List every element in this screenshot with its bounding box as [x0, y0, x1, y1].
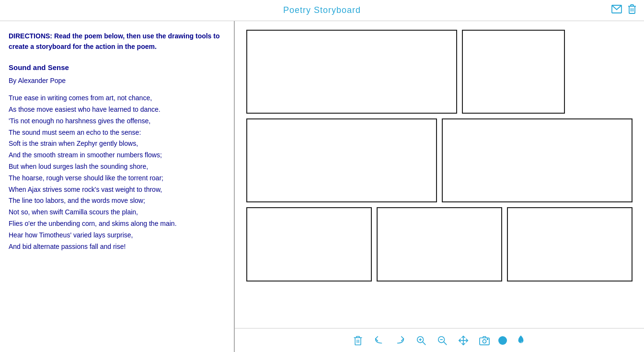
right-panel [235, 21, 644, 352]
left-panel: DIRECTIONS: Read the poem below, then us… [0, 21, 235, 352]
poem-line: Flies o'er the unbending corn, and skims… [9, 218, 225, 230]
dropper-button[interactable] [514, 334, 528, 347]
storyboard-row-2 [246, 118, 632, 202]
storyboard-row-1 [246, 30, 632, 114]
storyboard-cell-1-2[interactable] [462, 30, 565, 114]
poem-line: The line too labors, and the words move … [9, 195, 225, 207]
svg-line-6 [423, 342, 426, 345]
trash-icon[interactable] [628, 4, 636, 17]
camera-button[interactable] [477, 334, 492, 347]
storyboard-cell-3-1[interactable] [246, 207, 372, 282]
delete-button[interactable] [351, 334, 365, 347]
main-content: DIRECTIONS: Read the poem below, then us… [0, 21, 644, 352]
storyboard-area [235, 21, 644, 328]
poem-line: The hoarse, rough verse should like the … [9, 173, 225, 184]
storyboard-cell-3-3[interactable] [507, 207, 632, 282]
storyboard-cell-1-1[interactable] [246, 30, 457, 114]
poem-line: Not so, when swift Camilla scours the pl… [9, 207, 225, 218]
drawing-toolbar [235, 328, 644, 352]
zoom-in-button[interactable] [414, 334, 428, 347]
storyboard-row-3 [246, 207, 632, 282]
storyboard-cell-3-2[interactable] [377, 207, 502, 282]
poem-line: Hear how Timotheus' varied lays surprise… [9, 230, 225, 241]
storyboard-cell-2-1[interactable] [246, 118, 437, 202]
storyboard-cell-2-2[interactable] [442, 118, 632, 202]
header-icons [611, 4, 636, 17]
poem-line: As those move easiest who have learned t… [9, 104, 225, 116]
move-button[interactable] [456, 334, 471, 347]
email-icon[interactable] [611, 5, 622, 16]
zoom-out-button[interactable] [435, 334, 449, 347]
undo-button[interactable] [372, 334, 386, 347]
poem-title: Sound and Sense [9, 62, 225, 73]
app-title: Poetry Storyboard [283, 5, 361, 15]
poem-line: 'Tis not enough no harshness gives the o… [9, 116, 225, 127]
svg-point-16 [487, 339, 488, 340]
poem-line: Soft is the strain when Zephyr gently bl… [9, 138, 225, 150]
poem-line: The sound must seem an echo to the sense… [9, 127, 225, 139]
poem-line: And the smooth stream in smoother number… [9, 150, 225, 161]
poem-line: But when loud surges lash the sounding s… [9, 161, 225, 173]
svg-point-15 [483, 340, 486, 343]
poem-author: By Alexander Pope [9, 75, 225, 86]
redo-button[interactable] [393, 334, 407, 347]
poem-line: And bid alternate passions fall and rise… [9, 241, 225, 253]
svg-line-10 [444, 342, 447, 345]
poem-line: True ease in writing comes from art, not… [9, 93, 225, 104]
header: Poetry Storyboard [0, 0, 644, 21]
poem-line: When Ajax strives some rock's vast weigh… [9, 184, 225, 196]
color-picker[interactable] [498, 336, 507, 345]
poem-lines: True ease in writing comes from art, not… [9, 93, 225, 252]
directions-text: DIRECTIONS: Read the poem below, then us… [9, 31, 225, 52]
